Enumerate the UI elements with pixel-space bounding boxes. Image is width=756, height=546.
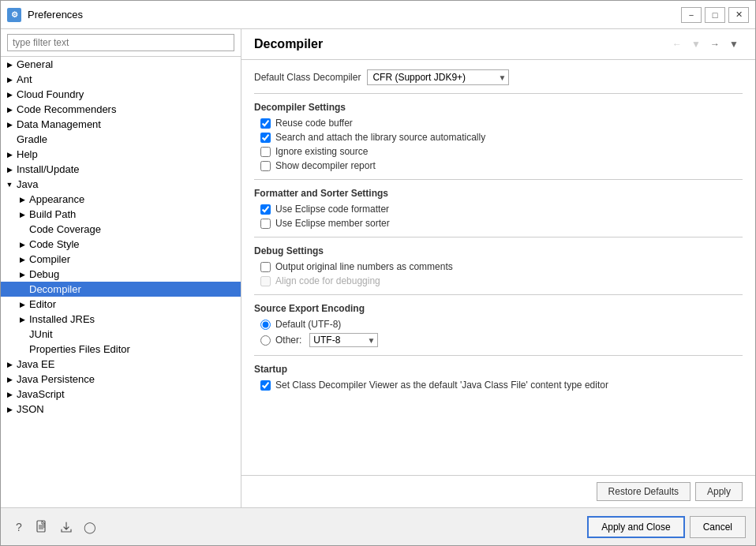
radio-default-utf8: Default (UTF-8) [254,319,743,330]
maximize-button[interactable]: □ [705,7,725,23]
sidebar-item-label-java-properties-files-editor: Properties Files Editor [28,343,130,355]
title-bar: ⚙ Preferences − □ ✕ [1,1,755,29]
divider-2 [254,179,743,180]
use-eclipse-formatter-checkbox[interactable] [260,204,271,215]
use-eclipse-sorter-label: Use Eclipse member sorter [275,218,390,229]
tree-arrow-icon [17,224,28,235]
sidebar-item-install-update[interactable]: ▶Install/Update [1,162,241,177]
debug-settings-label: Debug Settings [254,245,743,256]
bottom-left-icons: ? ◯ [10,518,99,536]
sidebar-item-data-management[interactable]: ▶Data Management [1,117,241,132]
tree-arrow-icon: ▶ [4,149,15,160]
help-icon[interactable]: ? [10,518,28,536]
sidebar-item-label-java: Java [15,178,38,190]
nav-back-button[interactable]: ← [668,36,686,53]
panel-title: Decompiler [254,37,323,51]
tree-arrow-icon: ▶ [4,389,15,400]
sidebar-item-label-java-debug: Debug [28,268,59,280]
sidebar-item-code-recommenders[interactable]: ▶Code Recommenders [1,102,241,117]
sidebar-item-general[interactable]: ▶General [1,57,241,72]
apply-button[interactable]: Apply [695,482,743,501]
show-decompiler-report-checkbox[interactable] [260,161,271,171]
tree-arrow-icon: ▶ [4,119,15,130]
right-panel: Decompiler ← ▼ → ▼ Default Class Decompi… [241,29,755,507]
tree-arrow-icon: ▶ [4,59,15,70]
other-encoding-select[interactable]: UTF-8 UTF-16 ISO-8859-1 [309,333,378,347]
other-encoding-dropdown-wrapper: UTF-8 UTF-16 ISO-8859-1 ▼ [306,333,378,347]
nav-forward-button[interactable]: → [706,36,724,53]
tree-arrow-icon: ▶ [17,299,28,310]
sidebar-item-label-java-compiler: Compiler [28,253,70,265]
sidebar-item-json[interactable]: ▶JSON [1,402,241,417]
reuse-code-buffer-checkbox[interactable] [260,118,271,129]
tree-arrow-icon: ▶ [4,404,15,415]
sidebar-item-java-code-style[interactable]: ▶Code Style [1,237,241,252]
sidebar-item-ant[interactable]: ▶Ant [1,72,241,87]
close-button[interactable]: ✕ [728,7,749,23]
sidebar-item-help[interactable]: ▶Help [1,147,241,162]
sidebar-item-label-code-recommenders: Code Recommenders [15,103,116,115]
sidebar-item-java-appearance[interactable]: ▶Appearance [1,192,241,207]
default-class-decompiler-label: Default Class Decompiler [254,72,361,83]
sidebar-item-java-ee[interactable]: ▶Java EE [1,357,241,372]
sidebar-item-java-decompiler[interactable]: Decompiler [1,282,241,297]
sidebar-item-label-java-junit: JUnit [28,328,53,340]
sidebar-item-label-cloud-foundry: Cloud Foundry [15,88,84,100]
decompiler-settings-label: Decompiler Settings [254,102,743,113]
search-attach-library-checkbox[interactable] [260,133,271,143]
apply-and-close-button[interactable]: Apply and Close [587,516,684,538]
encoding-other-radio[interactable] [260,335,271,346]
sidebar-item-label-javascript: JavaScript [15,388,65,400]
search-input[interactable] [7,34,234,51]
use-eclipse-sorter-checkbox[interactable] [260,219,271,229]
file-icon[interactable] [34,518,51,536]
sidebar-item-java-code-coverage[interactable]: Code Coverage [1,222,241,237]
settings-icon[interactable]: ◯ [81,518,99,536]
divider-1 [254,93,743,94]
sidebar-item-label-java-build-path: Build Path [28,208,76,220]
align-code-checkbox[interactable] [260,276,271,286]
align-code-label: Align code for debugging [275,275,380,286]
ignore-existing-source-checkbox[interactable] [260,147,271,157]
output-line-numbers-label: Output original line numbers as comments [275,261,453,272]
sidebar-item-java-persistence[interactable]: ▶Java Persistence [1,372,241,387]
tree-arrow-icon: ▼ [4,179,15,190]
sidebar-item-label-java-code-style: Code Style [28,238,80,250]
sidebar-item-java-junit[interactable]: JUnit [1,327,241,342]
set-class-decompiler-checkbox[interactable] [260,380,271,391]
encoding-default-radio[interactable] [260,320,271,330]
tree-arrow-icon [17,344,28,355]
sidebar-item-label-java-code-coverage: Code Coverage [28,223,101,235]
sidebar-item-label-install-update: Install/Update [15,163,80,175]
sidebar-item-label-data-management: Data Management [15,118,101,130]
sidebar-item-java-build-path[interactable]: ▶Build Path [1,207,241,222]
sidebar-item-label-gradle: Gradle [15,133,47,145]
cancel-button[interactable]: Cancel [690,516,746,538]
panel-body: Default Class Decompiler CFR (Support JD… [241,60,755,475]
nav-forward-dropdown-button[interactable]: ▼ [725,36,743,53]
minimize-button[interactable]: − [681,7,702,23]
encoding-default-label: Default (UTF-8) [275,319,341,330]
default-class-decompiler-select[interactable]: CFR (Support JDK9+) FernFlower Jadx [367,69,509,85]
checkbox-use-eclipse-sorter: Use Eclipse member sorter [254,218,743,229]
sidebar-item-label-general: General [15,58,53,70]
sidebar-item-gradle[interactable]: Gradle [1,132,241,147]
restore-defaults-button[interactable]: Restore Defaults [597,482,691,501]
sidebar-item-java[interactable]: ▼Java [1,177,241,192]
sidebar-item-java-compiler[interactable]: ▶Compiler [1,252,241,267]
nav-back-dropdown-button[interactable]: ▼ [687,36,705,53]
export-icon[interactable] [58,518,75,536]
sidebar-item-label-json: JSON [15,403,44,415]
sidebar-item-cloud-foundry[interactable]: ▶Cloud Foundry [1,87,241,102]
search-attach-library-label: Search and attach the library source aut… [275,132,485,143]
output-line-numbers-checkbox[interactable] [260,262,271,272]
checkbox-use-eclipse-formatter: Use Eclipse code formatter [254,204,743,215]
checkbox-ignore-existing-source: Ignore existing source [254,146,743,157]
sidebar-item-java-editor[interactable]: ▶Editor [1,297,241,312]
sidebar-item-label-java-ee: Java EE [15,358,54,370]
sidebar-item-java-properties-files-editor[interactable]: Properties Files Editor [1,342,241,357]
sidebar-item-javascript[interactable]: ▶JavaScript [1,387,241,402]
sidebar-item-java-debug[interactable]: ▶Debug [1,267,241,282]
sidebar-item-label-help: Help [15,148,38,160]
sidebar-item-java-installed-jres[interactable]: ▶Installed JREs [1,312,241,327]
